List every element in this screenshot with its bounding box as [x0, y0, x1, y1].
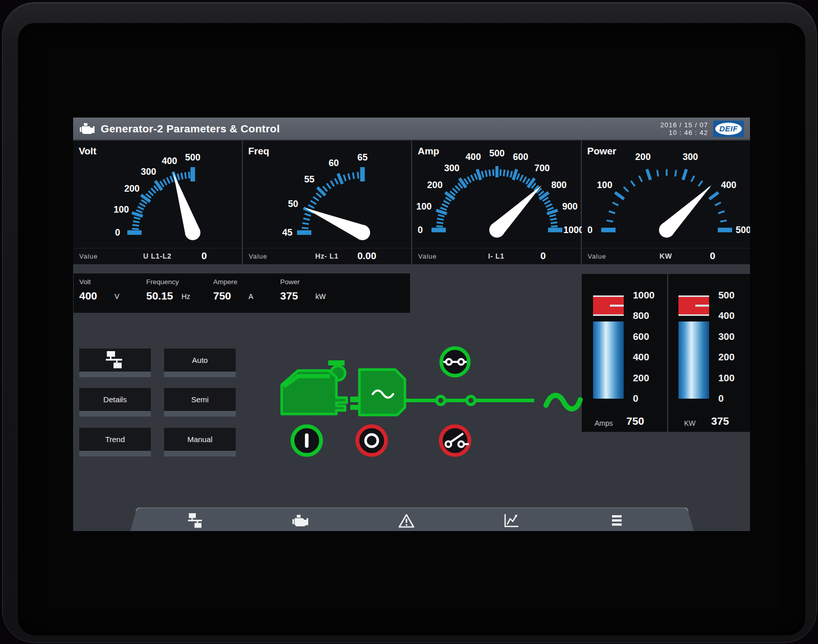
bar-tick-label: 400: [718, 310, 735, 321]
readout-unit: kW: [315, 292, 326, 301]
bottom-nav: [130, 508, 694, 531]
readout-power: Power 375 kW: [280, 273, 347, 313]
readout-frequency: Frequency 50.15 Hz: [146, 273, 213, 313]
bar-tick-label: 1000: [633, 290, 654, 301]
svg-text:0: 0: [587, 225, 592, 235]
start-button[interactable]: [292, 426, 321, 455]
readout-label: Ampere: [213, 278, 237, 286]
bar-tick-label: 500: [718, 290, 735, 301]
bar-tick-label: 600: [633, 331, 649, 342]
bar-tick-label: 100: [718, 373, 735, 384]
screen-glass: Generator-2 Parameters & Control 2016 / …: [18, 23, 805, 635]
gauge-amp: Amp 01002003004005006007008009001000 Val…: [412, 141, 581, 264]
nav-alarm-icon[interactable]: [398, 512, 415, 530]
gauge-footer: Value I- L1 0: [412, 248, 581, 264]
bar-tick-label: 200: [718, 352, 735, 363]
gauge-footer: Value KW 0: [582, 248, 751, 264]
bargraph-kw-label: KW: [684, 419, 696, 427]
freq-gauge-dial: 4550556065: [243, 141, 412, 248]
breaker-open-button[interactable]: [441, 426, 469, 455]
bargraph-kw-value: 375: [711, 415, 729, 427]
bargraph-amps-value: 750: [626, 415, 644, 427]
hmi-ui: Generator-2 Parameters & Control 2016 / …: [73, 118, 750, 531]
manual-button[interactable]: Manual: [164, 428, 236, 451]
auto-button[interactable]: Auto: [164, 349, 236, 372]
svg-text:400: 400: [466, 152, 481, 162]
svg-text:0: 0: [418, 225, 423, 235]
readout-unit: A: [248, 292, 253, 301]
gauge-footer: Value Hz- L1 0.00: [243, 248, 412, 264]
svg-text:500: 500: [735, 225, 750, 235]
readout-value: 50.15: [146, 290, 173, 302]
readouts-bar: Volt 400 V Frequency 50.15 Hz Ampere 750…: [74, 273, 410, 313]
reading-value: 0: [201, 250, 207, 262]
svg-text:300: 300: [141, 167, 156, 177]
readout-ampere: Ampere 750 A: [213, 273, 280, 313]
svg-text:400: 400: [162, 156, 177, 166]
svg-text:600: 600: [513, 152, 528, 162]
datetime: 2016 / 15 / 07 10 : 46 : 42: [660, 121, 708, 136]
readout-value: 400: [79, 290, 97, 302]
svg-text:300: 300: [444, 163, 460, 173]
nav-engine-icon[interactable]: [292, 512, 309, 530]
header: Generator-2 Parameters & Control 2016 / …: [73, 118, 750, 140]
amp-gauge-dial: 01002003004005006007008009001000: [412, 141, 581, 248]
svg-text:900: 900: [562, 201, 578, 212]
bar-tick-label: 200: [633, 373, 649, 384]
svg-text:55: 55: [304, 174, 314, 185]
power-gauge-dial: 0100200300400500: [582, 141, 751, 248]
single-line-button[interactable]: [79, 349, 151, 372]
svg-text:60: 60: [328, 158, 338, 168]
svg-text:1000: 1000: [563, 225, 584, 235]
date: 2016 / 15 / 07: [660, 121, 708, 129]
readout-label: Volt: [79, 278, 91, 286]
reading-value: 0: [710, 250, 715, 262]
svg-text:200: 200: [427, 180, 443, 190]
breaker-closed-indicator: [441, 348, 469, 376]
readout-label: Frequency: [146, 278, 179, 286]
readout-unit: Hz: [181, 292, 190, 301]
reading-value: 0: [540, 250, 546, 262]
gauge-volt: Volt 0100200300400500 Value U L1-L2 0: [73, 141, 242, 264]
details-button[interactable]: Details: [79, 388, 151, 411]
gauge-power: Power 0100200300400500 Value KW 0: [582, 141, 751, 264]
engine-icon: [79, 123, 96, 134]
svg-text:300: 300: [683, 152, 698, 162]
bargraph-panel: Amps 750 KW 375 100080060040020005004003…: [582, 274, 750, 432]
deif-logo-text: DEIF: [719, 124, 738, 133]
svg-text:800: 800: [551, 180, 566, 190]
single-line-mimic: [272, 342, 584, 470]
bar-tick-label: 800: [633, 310, 649, 321]
nav-menu-icon[interactable]: [608, 512, 625, 530]
hmi-screenshot: { "header": { "title": "Generator-2 Para…: [0, 0, 818, 644]
svg-text:100: 100: [597, 180, 612, 190]
channel-label: I- L1: [412, 252, 581, 260]
svg-text:500: 500: [489, 148, 505, 158]
semi-button[interactable]: Semi: [164, 388, 236, 411]
trend-button[interactable]: Trend: [79, 428, 151, 451]
bar-tick-label: 400: [633, 352, 649, 363]
svg-text:200: 200: [635, 152, 650, 162]
svg-text:65: 65: [357, 152, 367, 163]
engine-symbol: [282, 360, 347, 414]
single-line-icon: [105, 351, 125, 369]
channel-label: KW: [582, 252, 751, 260]
svg-text:700: 700: [534, 163, 550, 173]
busbar-line: [405, 395, 580, 409]
bar-tick-label: 0: [633, 393, 639, 404]
bar-tick-label: 0: [718, 393, 724, 404]
stop-button[interactable]: [357, 426, 386, 455]
readout-value: 750: [213, 290, 231, 302]
nav-single-line-icon[interactable]: [187, 512, 204, 530]
bargraph-amps-label: Amps: [595, 419, 613, 427]
nav-trend-icon[interactable]: [503, 512, 520, 530]
readout-volt: Volt 400 V: [79, 273, 146, 313]
svg-text:50: 50: [288, 199, 298, 209]
device-bezel: Generator-2 Parameters & Control 2016 / …: [2, 2, 817, 643]
volt-gauge-dial: 0100200300400500: [73, 141, 242, 248]
svg-text:100: 100: [416, 201, 431, 212]
svg-text:200: 200: [124, 183, 140, 194]
svg-text:0: 0: [115, 227, 120, 238]
deif-logo: DEIF: [713, 121, 744, 137]
bargraph-divider: [667, 274, 668, 432]
